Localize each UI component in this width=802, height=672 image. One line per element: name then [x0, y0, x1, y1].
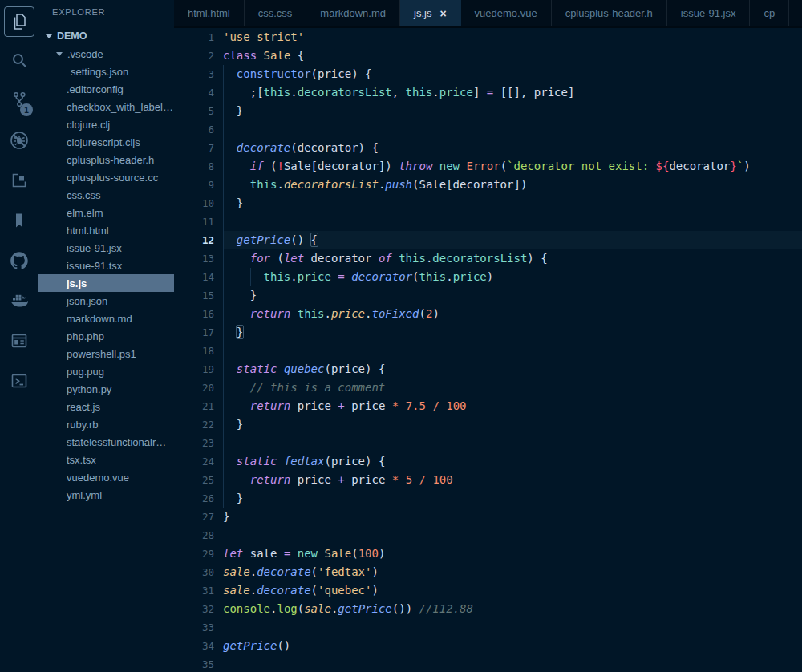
tab-css.css[interactable]: css.css: [245, 0, 307, 26]
code-line-22[interactable]: }: [223, 415, 802, 434]
files-icon[interactable]: [0, 3, 38, 40]
tree-file-powershell.ps1[interactable]: powershell.ps1: [38, 345, 174, 362]
tab-markdown.md[interactable]: markdown.md: [306, 0, 400, 26]
code-text: static quebec(price) {: [223, 362, 385, 375]
code-line-17[interactable]: }: [223, 323, 802, 342]
code-editor[interactable]: 1234567891011121314151617181920212223242…: [174, 28, 802, 672]
tab-js.js[interactable]: js.js×: [400, 0, 461, 26]
code-line-28[interactable]: [223, 526, 802, 544]
tree-file-cplusplus-source.cc[interactable]: cplusplus-source.cc: [38, 168, 174, 186]
code-line-4[interactable]: ;[this.decoratorsList, this.price] = [[]…: [223, 83, 802, 102]
code-line-34[interactable]: getPrice(): [223, 637, 802, 655]
tree-file-json.json[interactable]: json.json: [38, 292, 174, 310]
code-line-3[interactable]: constructor(price) {: [223, 65, 802, 83]
code-line-18[interactable]: [223, 342, 802, 360]
source-control-icon[interactable]: 1: [0, 80, 38, 120]
github-icon[interactable]: [0, 241, 38, 281]
tree-file-issue-91.jsx[interactable]: issue-91.jsx: [38, 239, 174, 257]
tree-file-vuedemo.vue[interactable]: vuedemo.vue: [38, 468, 174, 486]
tree-file-elm.elm[interactable]: elm.elm: [38, 204, 174, 221]
code-line-19[interactable]: static quebec(price) {: [223, 360, 802, 379]
close-icon[interactable]: ×: [439, 8, 446, 19]
explorer-title: EXPLORER: [52, 7, 105, 17]
code-line-21[interactable]: return price + price * 7.5 / 100: [223, 397, 802, 415]
code-line-2[interactable]: class Sale {: [223, 47, 802, 65]
code-line-24[interactable]: static fedtax(price) {: [223, 452, 802, 471]
code-line-11[interactable]: [223, 213, 802, 231]
code-line-12[interactable]: getPrice() {: [223, 231, 802, 249]
tree-file-css.css[interactable]: css.css: [38, 186, 174, 204]
tab-html.html[interactable]: html.html: [174, 0, 245, 26]
code-line-26[interactable]: }: [223, 489, 802, 508]
tree-file-python.py[interactable]: python.py: [38, 380, 174, 398]
code-line-31[interactable]: sale.decorate('quebec'): [223, 581, 802, 600]
tree-file-settings.json[interactable]: settings.json: [38, 63, 174, 80]
code-line-14[interactable]: this.price = decorator(this.price): [223, 268, 802, 286]
code-line-29[interactable]: let sale = new Sale(100): [223, 544, 802, 563]
code-line-25[interactable]: return price + price * 5 / 100: [223, 471, 802, 489]
line-number: 18: [174, 342, 223, 360]
tree-file-clojurescript.cljs[interactable]: clojurescript.cljs: [38, 133, 174, 151]
active-view-indicator: [4, 6, 34, 37]
tab-cplusplus-header.h[interactable]: cplusplus-header.h: [552, 0, 667, 26]
code-text: // this is a comment: [223, 381, 385, 394]
code-text: static fedtax(price) {: [223, 455, 385, 468]
tree-file-pug.pug[interactable]: pug.pug: [38, 362, 174, 380]
code-text: constructor(price) {: [223, 67, 371, 80]
code-line-7[interactable]: decorate(decorator) {: [223, 139, 802, 157]
tree-item-label: powershell.ps1: [67, 348, 136, 360]
tree-file-js.js[interactable]: js.js: [38, 274, 174, 292]
tab-vuedemo.vue[interactable]: vuedemo.vue: [461, 0, 552, 26]
bookmarks-icon[interactable]: [0, 200, 38, 241]
code-line-27[interactable]: }: [223, 508, 802, 526]
code-line-30[interactable]: sale.decorate('fedtax'): [223, 563, 802, 581]
code-line-1[interactable]: 'use strict': [223, 28, 802, 47]
editor-gutter[interactable]: 1234567891011121314151617181920212223242…: [174, 28, 223, 672]
tree-file-clojure.clj[interactable]: clojure.clj: [38, 115, 174, 133]
tree-file-cplusplus-header.h[interactable]: cplusplus-header.h: [38, 151, 174, 168]
tree-file-tsx.tsx[interactable]: tsx.tsx: [38, 451, 174, 468]
tree-file-php.php[interactable]: php.php: [38, 327, 174, 345]
browser-preview-icon[interactable]: [0, 321, 38, 361]
tree-file-checkbox_with_label…[interactable]: checkbox_with_label…: [38, 98, 174, 115]
docker-icon[interactable]: [0, 281, 38, 321]
code-lines[interactable]: 'use strict'class Sale { constructor(pri…: [223, 28, 802, 672]
code-line-8[interactable]: if (!Sale[decorator]) throw new Error(`d…: [223, 157, 802, 176]
tree-file-ruby.rb[interactable]: ruby.rb: [38, 415, 174, 433]
code-line-35[interactable]: [223, 655, 802, 672]
tree-folder-.vscode[interactable]: .vscode: [38, 45, 174, 63]
powershell-icon[interactable]: [0, 361, 38, 401]
tree-file-react.js[interactable]: react.js: [38, 398, 174, 415]
tab-issue-91.jsx[interactable]: issue-91.jsx: [667, 0, 751, 26]
tree-file-markdown.md[interactable]: markdown.md: [38, 310, 174, 327]
tree-file-html.html[interactable]: html.html: [38, 221, 174, 239]
debug-icon[interactable]: [0, 120, 38, 160]
tab-label: cplusplus-header.h: [565, 7, 653, 19]
code-line-13[interactable]: for (let decorator of this.decoratorsLis…: [223, 249, 802, 268]
extensions-icon[interactable]: [0, 160, 38, 200]
code-line-5[interactable]: }: [223, 102, 802, 120]
line-number: 3: [174, 65, 223, 83]
code-line-20[interactable]: // this is a comment: [223, 379, 802, 397]
code-text: getPrice() {: [223, 233, 318, 246]
code-line-10[interactable]: }: [223, 194, 802, 213]
code-text: ;[this.decoratorsList, this.price] = [[]…: [223, 86, 574, 99]
code-line-6[interactable]: [223, 120, 802, 139]
code-line-9[interactable]: this.decoratorsList.push(Sale[decorator]…: [223, 176, 802, 194]
code-text: }: [223, 510, 229, 523]
tree-file-statelessfunctionalr…[interactable]: statelessfunctionalr…: [38, 433, 174, 451]
tab-cp[interactable]: cp: [750, 0, 789, 26]
line-number: 7: [174, 139, 223, 157]
code-line-32[interactable]: console.log(sale.getPrice()) //112.88: [223, 600, 802, 618]
tree-item-label: DEMO: [57, 30, 87, 42]
tree-file-issue-91.tsx[interactable]: issue-91.tsx: [38, 257, 174, 274]
tree-item-label: vuedemo.vue: [67, 472, 129, 484]
search-icon[interactable]: [0, 40, 38, 80]
code-line-15[interactable]: }: [223, 286, 802, 305]
tree-root-DEMO[interactable]: DEMO: [38, 27, 174, 45]
tree-file-.editorconfig[interactable]: .editorconfig: [38, 80, 174, 98]
code-line-33[interactable]: [223, 618, 802, 637]
tree-file-yml.yml[interactable]: yml.yml: [38, 486, 174, 504]
code-line-23[interactable]: [223, 434, 802, 452]
code-line-16[interactable]: return this.price.toFixed(2): [223, 305, 802, 323]
